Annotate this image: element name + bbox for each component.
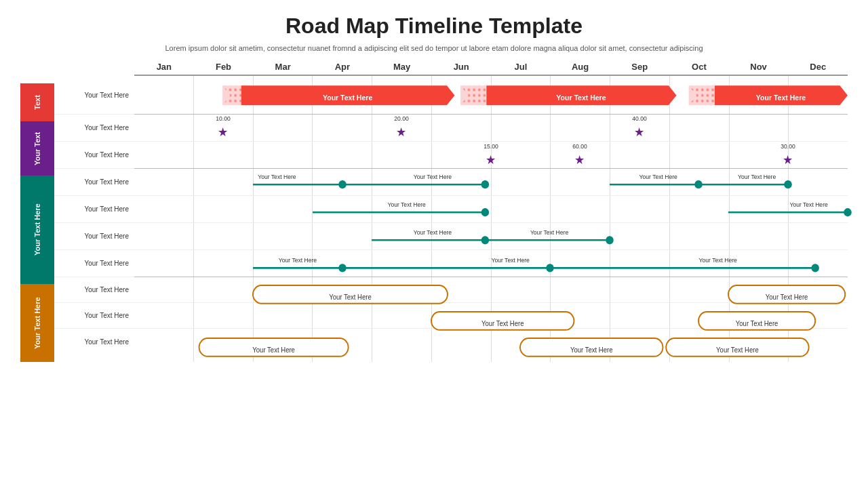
- month-jan: Jan: [134, 62, 194, 72]
- row-label-purple-2: Your Text Here: [54, 151, 134, 159]
- row-label-orange-1: Your Text Here: [54, 286, 134, 293]
- svg-point-13: [338, 180, 346, 188]
- month-jun: Jun: [431, 62, 491, 72]
- svg-text:40.00: 40.00: [632, 115, 647, 121]
- svg-text:Your Text Here: Your Text Here: [736, 320, 778, 327]
- svg-point-30: [606, 236, 613, 244]
- svg-text:Your Text Here: Your Text Here: [530, 229, 568, 236]
- star-5: ★: [574, 153, 585, 167]
- month-nov: Nov: [729, 62, 789, 72]
- svg-text:60.00: 60.00: [572, 143, 587, 150]
- page-title: Road Map Timeline Template: [20, 14, 848, 39]
- month-apr: Apr: [313, 62, 372, 72]
- svg-text:Your Text Here: Your Text Here: [252, 346, 295, 354]
- row-label-teal-4: Your Text Here: [54, 260, 134, 267]
- red-bar-2-label: Your Text Here: [556, 93, 606, 101]
- svg-point-29: [481, 236, 489, 244]
- row-label-orange-2: Your Text Here: [54, 312, 134, 319]
- svg-text:Your Text Here: Your Text Here: [738, 174, 776, 180]
- page: Road Map Timeline Template Lorem ipsum d…: [0, 0, 868, 488]
- svg-point-34: [338, 264, 346, 272]
- row-label-teal-1: Your Text Here: [54, 178, 134, 186]
- svg-text:Your Text Here: Your Text Here: [481, 320, 524, 327]
- star-3: ★: [634, 125, 644, 140]
- row-label-orange-3: Your Text Here: [54, 338, 134, 346]
- section-label-orange: Your Text Here: [20, 284, 54, 362]
- star-1: ★: [218, 125, 228, 140]
- svg-point-18: [694, 180, 702, 188]
- svg-text:Your Text Here: Your Text Here: [699, 257, 737, 264]
- month-feb: Feb: [194, 62, 254, 72]
- month-may: May: [372, 62, 432, 72]
- page-subtitle: Lorem ipsum dolor sit ametim, consectetu…: [20, 44, 848, 52]
- svg-text:30.00: 30.00: [781, 143, 795, 150]
- svg-point-26: [844, 208, 851, 216]
- red-bar-1-label: Your Text Here: [323, 93, 372, 101]
- svg-point-19: [784, 180, 791, 188]
- star-4: ★: [486, 153, 496, 167]
- svg-text:Your Text Here: Your Text Here: [414, 229, 452, 236]
- svg-text:Your Text Here: Your Text Here: [766, 293, 808, 301]
- star-6: ★: [783, 153, 793, 167]
- star-2: ★: [396, 125, 406, 140]
- svg-point-14: [481, 180, 489, 188]
- svg-text:Your Text Here: Your Text Here: [388, 201, 426, 208]
- svg-point-38: [811, 264, 818, 272]
- red-bar-3-label: Your Text Here: [756, 93, 806, 101]
- svg-text:Your Text Here: Your Text Here: [414, 174, 452, 180]
- section-label-red: Text: [20, 83, 54, 121]
- svg-text:Your Text Here: Your Text Here: [492, 257, 530, 264]
- month-oct: Oct: [669, 62, 729, 72]
- svg-text:15.00: 15.00: [484, 143, 498, 150]
- svg-text:20.00: 20.00: [394, 115, 409, 121]
- month-aug: Aug: [551, 62, 610, 72]
- svg-point-23: [481, 208, 489, 216]
- main-grid-area: Your Text Here Your Text Here Your Text …: [134, 76, 848, 362]
- svg-text:Your Text Here: Your Text Here: [329, 293, 372, 301]
- svg-text:Your Text Here: Your Text Here: [258, 174, 296, 180]
- month-dec: Dec: [788, 62, 848, 72]
- svg-text:Your Text Here: Your Text Here: [279, 257, 317, 264]
- svg-text:10.00: 10.00: [216, 115, 231, 121]
- month-sep: Sep: [610, 62, 669, 72]
- month-jul: Jul: [491, 62, 551, 72]
- row-label-red: Your Text Here: [54, 92, 134, 99]
- row-label-teal-3: Your Text Here: [54, 232, 134, 240]
- svg-text:Your Text Here: Your Text Here: [789, 201, 827, 208]
- section-label-teal: Your Text Here: [20, 176, 54, 284]
- row-label-purple-1: Your Text Here: [54, 124, 134, 131]
- svg-text:Your Text Here: Your Text Here: [570, 346, 613, 354]
- svg-text:Your Text Here: Your Text Here: [716, 346, 759, 354]
- section-label-purple: Your Text: [20, 121, 54, 176]
- svg-text:Your Text Here: Your Text Here: [639, 174, 677, 180]
- month-mar: Mar: [253, 62, 313, 72]
- row-label-teal-2: Your Text Here: [54, 205, 134, 213]
